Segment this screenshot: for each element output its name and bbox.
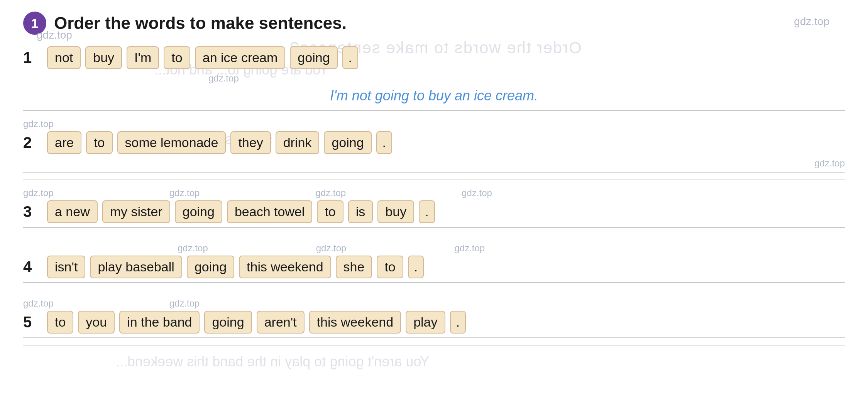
exercise-3-number: 3 — [23, 203, 42, 220]
exercise-2: 2 are to some lemonade they drink going … — [23, 131, 845, 180]
word-tag: some lemonade — [117, 131, 226, 154]
word-tag: going — [290, 46, 337, 69]
page: gdz.top 1 Order the words to make senten… — [0, 0, 868, 393]
exercise-3-words: 3 a new my sister going beach towel to i… — [23, 200, 845, 223]
exercise-2-words: 2 are to some lemonade they drink going … — [23, 131, 845, 154]
exercise-5-number: 5 — [23, 313, 42, 331]
word-tag: . — [342, 46, 358, 69]
word-tag: to — [47, 311, 73, 334]
word-tag: my sister — [102, 200, 170, 223]
word-tag: going — [204, 311, 252, 334]
exercise-3-line — [23, 227, 845, 228]
word-tag: to — [86, 131, 112, 154]
watermark-1: gdz.top — [37, 29, 72, 41]
exercise-4-words: 4 isn't play baseball going this weekend… — [23, 256, 845, 278]
word-tag: in the band — [119, 311, 200, 334]
word-tag: . — [376, 131, 392, 154]
exercise-4-line — [23, 282, 845, 283]
word-tag: this weekend — [309, 311, 401, 334]
word-tag: aren't — [257, 311, 305, 334]
exercise-4-number: 4 — [23, 258, 42, 276]
word-tag: isn't — [47, 256, 85, 278]
exercise-1: 1 not buy I'm to an ice cream going . gd… — [23, 46, 845, 111]
word-tag: is — [348, 200, 373, 223]
word-tag: to — [164, 46, 190, 69]
word-tag: going — [175, 200, 222, 223]
word-tag: they — [230, 131, 271, 154]
word-tag: to — [317, 200, 343, 223]
exercise-5: 5 to you in the band going aren't this w… — [23, 311, 845, 346]
exercise-1-words: 1 not buy I'm to an ice cream going . — [23, 46, 845, 69]
word-tag: are — [47, 131, 81, 154]
word-tag: play — [406, 311, 445, 334]
word-tag: you — [78, 311, 115, 334]
exercise-1-line — [23, 110, 845, 111]
word-tag: beach towel — [227, 200, 312, 223]
exercise-3-divider — [23, 235, 845, 235]
exercise-2-divider — [23, 180, 845, 180]
word-tag: to — [377, 256, 403, 278]
word-tag: this weekend — [239, 256, 331, 278]
exercise-2-number: 2 — [23, 134, 42, 151]
exercise-1-number: 1 — [23, 49, 42, 66]
word-tag: buy — [377, 200, 414, 223]
exercise-5-divider — [23, 345, 845, 346]
word-tag: . — [419, 200, 435, 223]
watermark-header: gdz.top — [794, 15, 829, 28]
word-tag: . — [450, 311, 466, 334]
exercise-number: 1 — [31, 16, 39, 31]
word-tag: . — [408, 256, 424, 278]
word-tag: a new — [47, 200, 98, 223]
exercise-5-words: 5 to you in the band going aren't this w… — [23, 311, 845, 334]
exercise-title: Order the words to make sentences. — [54, 14, 347, 33]
exercise-5-line — [23, 337, 845, 338]
word-tag: going — [324, 131, 371, 154]
exercise-1-answer: I'm not going to buy an ice cream. — [23, 84, 845, 107]
exercise-header: 1 Order the words to make sentences. — [23, 12, 845, 35]
word-tag: going — [187, 256, 234, 278]
word-tag: she — [336, 256, 372, 278]
word-tag: drink — [276, 131, 320, 154]
exercise-4-divider — [23, 290, 845, 290]
exercise-2-line — [23, 172, 845, 173]
word-tag: buy — [85, 46, 122, 69]
exercise-4: 4 isn't play baseball going this weekend… — [23, 256, 845, 290]
word-tag: I'm — [127, 46, 159, 69]
word-tag: not — [47, 46, 81, 69]
word-tag: play baseball — [90, 256, 182, 278]
word-tag: an ice cream — [195, 46, 286, 69]
exercise-3: 3 a new my sister going beach towel to i… — [23, 200, 845, 235]
